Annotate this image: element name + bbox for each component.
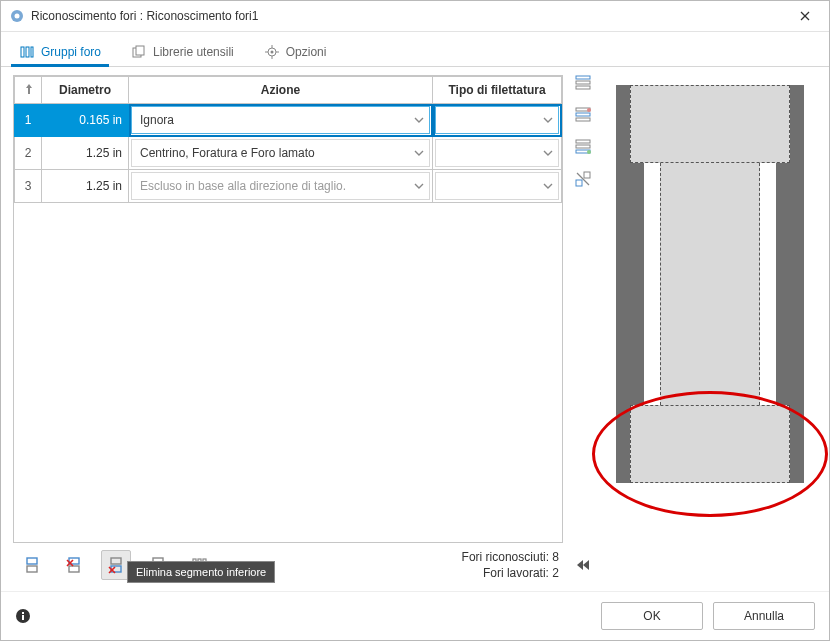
rewind-button[interactable] [573,547,593,575]
column-diameter[interactable]: Diametro [42,77,129,104]
svg-rect-44 [584,172,590,178]
tab-label: Librerie utensili [153,45,234,59]
svg-rect-21 [111,558,121,564]
svg-rect-8 [136,46,144,55]
svg-rect-6 [31,47,33,57]
row-thread-cell [433,170,562,203]
tab-hole-groups[interactable]: Gruppi foro [13,40,107,66]
row-action-cell: Centrino, Foratura e Foro lamato [129,137,433,170]
row-action-cell: Escluso in base alla direzione di taglio… [129,170,433,203]
table-toolbar: Fori riconosciuti: 8 Fori lavorati: 2 [13,543,563,583]
stats-machined-label: Fori lavorati: [483,566,549,580]
action-dropdown[interactable]: Centrino, Foratura e Foro lamato [131,139,430,167]
tab-label: Gruppi foro [41,45,101,59]
tool-libraries-icon [131,44,147,60]
svg-rect-4 [21,47,24,57]
hole-table: Diametro Azione Tipo di filettatura 10.1… [13,75,563,543]
filter-3-button[interactable] [573,137,593,157]
action-dropdown[interactable]: Escluso in base alla direzione di taglio… [131,172,430,200]
stats-text: Fori riconosciuti: 8 Fori lavorati: 2 [462,549,559,581]
add-segment-button[interactable] [17,550,47,580]
svg-rect-43 [576,180,582,186]
thread-dropdown[interactable] [435,106,559,134]
titlebar: Riconoscimento fori : Riconoscimento for… [1,1,829,32]
row-index: 3 [15,170,42,203]
delete-top-segment-button[interactable] [59,550,89,580]
thread-dropdown[interactable] [435,139,559,167]
svg-rect-46 [22,615,24,620]
table-row[interactable]: 31.25 inEscluso in base alla direzione d… [15,170,562,203]
svg-rect-16 [27,566,37,572]
row-diameter: 0.165 in [42,104,129,137]
rewind-icon [574,556,592,574]
dialog-window: Riconoscimento fori : Riconoscimento for… [0,0,830,641]
svg-rect-31 [576,76,590,79]
filter-4-button[interactable] [573,169,593,189]
svg-rect-39 [576,145,590,148]
chevron-down-icon [542,180,554,192]
filter-1-button[interactable] [573,73,593,93]
filter-2-button[interactable] [573,105,593,125]
close-button[interactable] [789,4,821,28]
svg-rect-18 [69,566,79,572]
table-row[interactable]: 21.25 inCentrino, Foratura e Foro lamato [15,137,562,170]
svg-point-41 [587,150,591,154]
row-index: 1 [15,104,42,137]
row-thread-cell [433,104,562,137]
preview-pane [599,67,829,591]
action-dropdown[interactable]: Ignora [131,106,430,134]
svg-rect-36 [576,118,590,121]
svg-rect-15 [27,558,37,564]
preview-canvas [610,79,810,489]
segment-icon [22,555,42,575]
ok-button[interactable]: OK [601,602,703,630]
preview-top-cap [630,85,790,163]
delete-top-icon [64,555,84,575]
chevron-down-icon [542,114,554,126]
app-icon [9,8,25,24]
column-action[interactable]: Azione [129,77,433,104]
svg-point-1 [15,14,20,19]
svg-rect-47 [22,612,24,614]
svg-rect-38 [576,140,590,143]
stats-machined-value: 2 [552,566,559,580]
delete-bottom-icon [106,555,126,575]
dialog-footer: OK Annulla [1,591,829,640]
row-action-cell: Ignora [129,104,433,137]
svg-point-10 [270,51,273,54]
chevron-down-icon [413,180,425,192]
action-value: Ignora [140,113,413,127]
svg-rect-32 [576,81,590,84]
tab-bar: Gruppi foro Librerie utensili Opzioni [1,32,829,67]
tooltip: Elimina segmento inferiore [127,561,275,583]
side-icon-bar [567,67,599,591]
cancel-button[interactable]: Annulla [713,602,815,630]
highlight-marker [592,391,828,517]
thread-dropdown[interactable] [435,172,559,200]
column-thread-type[interactable]: Tipo di filettatura [433,77,562,104]
close-icon [800,11,810,21]
gear-icon [264,44,280,60]
tab-options[interactable]: Opzioni [258,40,333,66]
row-thread-cell [433,137,562,170]
svg-rect-33 [576,86,590,89]
svg-line-42 [577,173,589,185]
tab-label: Opzioni [286,45,327,59]
chevron-down-icon [542,147,554,159]
svg-rect-5 [26,47,29,57]
info-icon[interactable] [15,608,31,624]
row-diameter: 1.25 in [42,137,129,170]
tab-tool-libraries[interactable]: Librerie utensili [125,40,240,66]
table-row[interactable]: 10.165 inIgnora [15,104,562,137]
svg-point-37 [587,108,591,112]
row-index: 2 [15,137,42,170]
content-area: Diametro Azione Tipo di filettatura 10.1… [1,67,829,591]
chevron-down-icon [413,147,425,159]
action-value: Centrino, Foratura e Foro lamato [140,146,413,160]
column-sort[interactable] [15,77,42,104]
hole-groups-icon [19,44,35,60]
row-diameter: 1.25 in [42,170,129,203]
action-value: Escluso in base alla direzione di taglio… [140,179,413,193]
stats-recognized-label: Fori riconosciuti: [462,550,549,564]
stats-recognized-value: 8 [552,550,559,564]
